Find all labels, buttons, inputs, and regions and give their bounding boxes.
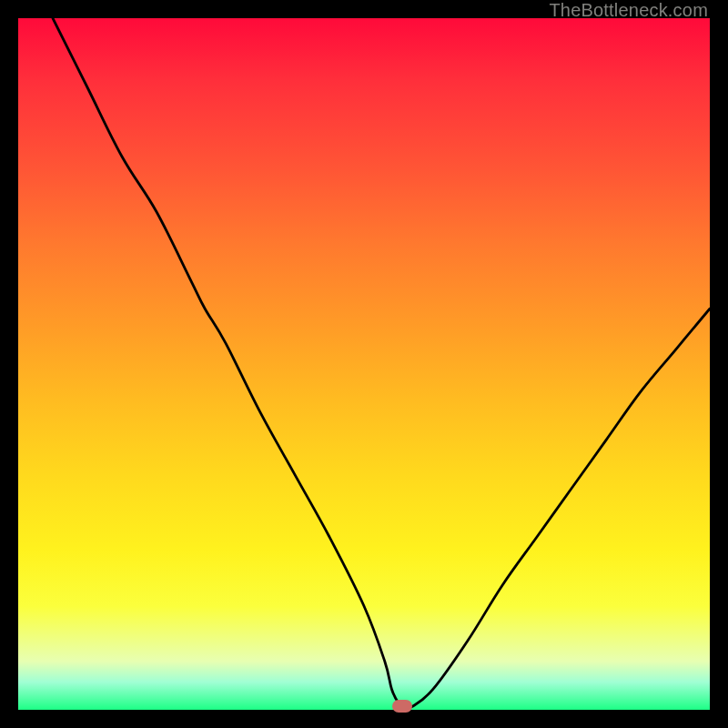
plot-area	[18, 18, 710, 710]
optimal-point-marker	[392, 700, 412, 713]
bottleneck-curve	[53, 18, 710, 708]
chart-frame: TheBottleneck.com	[0, 0, 728, 728]
watermark-text: TheBottleneck.com	[549, 0, 708, 21]
curve-svg	[18, 18, 710, 710]
